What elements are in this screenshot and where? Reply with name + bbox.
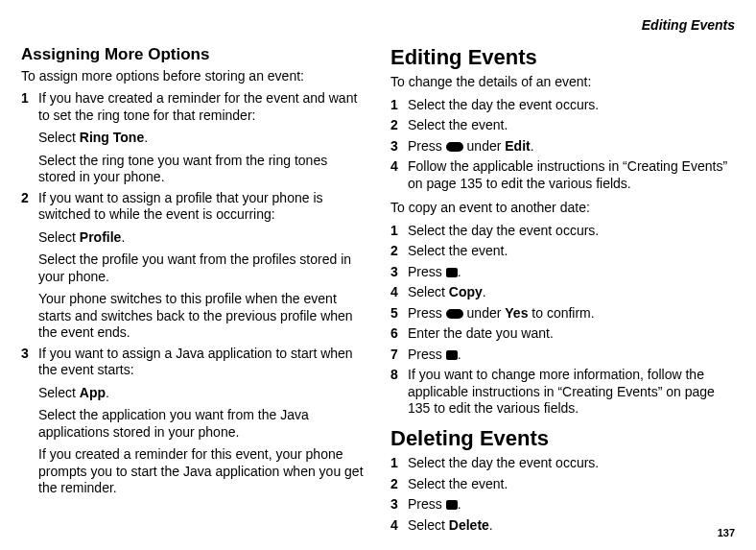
step-body: Select the event. — [408, 476, 735, 493]
step-paragraph: If you want to assign a profile that you… — [38, 190, 366, 224]
step-number: 8 — [390, 367, 408, 418]
step-paragraph: Your phone switches to this profile when… — [38, 291, 366, 342]
step-body: Press . — [408, 496, 735, 514]
step-body: If you want to assign a profile that you… — [38, 190, 366, 342]
svg-rect-1 — [446, 268, 458, 277]
svg-rect-4 — [446, 500, 458, 510]
step-number: 2 — [390, 243, 408, 260]
page: Editing Events Assigning More Options To… — [0, 0, 756, 550]
list-item: 1Select the day the event occurs. — [390, 97, 735, 114]
step-body: Select the event. — [408, 117, 735, 134]
step-number: 6 — [390, 325, 408, 343]
step-body: If you have created a reminder for the e… — [38, 90, 366, 186]
step-body: Press under Edit. — [408, 138, 735, 155]
page-number: 137 — [718, 527, 735, 540]
list-item: 4Select Copy. — [390, 284, 735, 301]
list-item: 7Press . — [390, 347, 735, 364]
step-number: 7 — [390, 347, 408, 364]
assigning-intro: To assign more options before storing an… — [21, 68, 366, 85]
step-body: Select Delete. — [408, 517, 735, 535]
deleting-steps-list: 1Select the day the event occurs.2Select… — [390, 455, 735, 534]
step-number: 3 — [390, 496, 408, 514]
list-item: 3Press . — [390, 264, 735, 281]
running-head: Editing Events — [21, 17, 735, 35]
step-paragraph: Select Ring Tone. — [38, 130, 366, 147]
list-item: 2Select the event. — [390, 243, 735, 260]
step-body: Follow the applicable instructions in “C… — [408, 158, 735, 192]
editing-events-heading: Editing Events — [390, 44, 735, 71]
rounded-key-icon — [446, 309, 463, 319]
list-item: 3Press under Edit. — [390, 138, 735, 155]
step-number: 5 — [390, 305, 408, 323]
step-number: 1 — [390, 455, 408, 472]
list-item: 3Press . — [390, 496, 735, 514]
step-body: Press under Yes to confirm. — [408, 305, 735, 323]
step-body: Select the day the event occurs. — [408, 223, 735, 240]
square-key-icon — [446, 500, 458, 510]
editing-intro-1: To change the details of an event: — [390, 74, 735, 91]
step-paragraph: Select App. — [38, 385, 366, 402]
list-item: 4Follow the applicable instructions in “… — [390, 158, 735, 192]
deleting-events-heading: Deleting Events — [390, 425, 735, 452]
step-number: 3 — [390, 264, 408, 281]
editing-intro-2: To copy an event to another date: — [390, 200, 735, 217]
step-body: Select the day the event occurs. — [408, 97, 735, 114]
rounded-key-icon — [446, 142, 463, 152]
square-key-icon — [446, 350, 458, 360]
step-body: Select the day the event occurs. — [408, 455, 735, 472]
left-column: Assigning More Options To assign more op… — [21, 44, 366, 542]
step-paragraph: Select the ring tone you want from the r… — [38, 153, 366, 186]
step-number: 2 — [390, 476, 408, 493]
list-item: 6Enter the date you want. — [390, 325, 735, 343]
svg-rect-2 — [446, 309, 463, 319]
list-item: 8If you want to change more information,… — [390, 367, 735, 418]
editing-steps-list-1: 1Select the day the event occurs.2Select… — [390, 97, 735, 193]
step-number: 1 — [390, 97, 408, 114]
list-item: 2Select the event. — [390, 476, 735, 493]
list-item: 1Select the day the event occurs. — [390, 455, 735, 472]
step-number: 2 — [21, 190, 38, 342]
step-paragraph: If you created a reminder for this event… — [38, 446, 366, 497]
svg-rect-0 — [446, 142, 463, 152]
step-body: If you want to assign a Java application… — [38, 346, 366, 497]
list-item: 1If you have created a reminder for the … — [21, 90, 366, 186]
step-number: 4 — [390, 158, 408, 192]
right-column: Editing Events To change the details of … — [390, 44, 735, 542]
step-number: 2 — [390, 117, 408, 134]
list-item: 3If you want to assign a Java applicatio… — [21, 346, 366, 497]
step-paragraph: If you want to assign a Java application… — [38, 346, 366, 379]
step-paragraph: Select the application you want from the… — [38, 407, 366, 441]
list-item: 2If you want to assign a profile that yo… — [21, 190, 366, 342]
svg-rect-3 — [446, 350, 458, 360]
list-item: 5Press under Yes to confirm. — [390, 305, 735, 323]
step-number: 4 — [390, 517, 408, 535]
content-columns: Assigning More Options To assign more op… — [21, 44, 735, 542]
step-paragraph: Select Profile. — [38, 229, 366, 247]
editing-steps-list-2: 1Select the day the event occurs.2Select… — [390, 223, 735, 418]
list-item: 1Select the day the event occurs. — [390, 223, 735, 240]
assigning-steps-list: 1If you have created a reminder for the … — [21, 90, 366, 497]
step-number: 1 — [390, 223, 408, 240]
list-item: 2Select the event. — [390, 117, 735, 134]
step-paragraph: Select the profile you want from the pro… — [38, 251, 366, 285]
step-body: Enter the date you want. — [408, 325, 735, 343]
step-body: Press . — [408, 347, 735, 364]
square-key-icon — [446, 268, 458, 277]
step-body: Select Copy. — [408, 284, 735, 301]
step-body: If you want to change more information, … — [408, 367, 735, 418]
step-number: 3 — [21, 346, 38, 497]
step-number: 4 — [390, 284, 408, 301]
list-item: 4Select Delete. — [390, 517, 735, 535]
step-number: 3 — [390, 138, 408, 155]
step-body: Select the event. — [408, 243, 735, 260]
step-paragraph: If you have created a reminder for the e… — [38, 90, 366, 124]
step-number: 1 — [21, 90, 38, 186]
assigning-more-options-heading: Assigning More Options — [21, 44, 366, 64]
step-body: Press . — [408, 264, 735, 281]
